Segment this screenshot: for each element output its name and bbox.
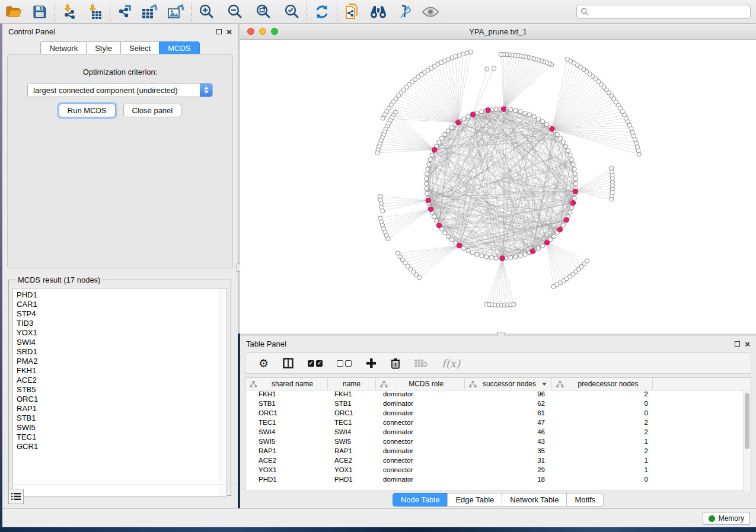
tab-style[interactable]: Style <box>86 41 120 55</box>
cell-mcds_role[interactable]: dominator <box>376 400 465 409</box>
cell-name[interactable]: RAP1 <box>328 447 376 457</box>
ring-node[interactable] <box>523 111 527 115</box>
ring-node[interactable] <box>466 248 470 252</box>
mcds-node-item[interactable]: STB5 <box>17 385 227 395</box>
optimization-criterion-dropdown[interactable]: largest connected component (undirected) <box>27 83 213 97</box>
cell-shared_name[interactable]: STB1 <box>245 400 328 409</box>
network-graph[interactable] <box>240 40 756 334</box>
show-column-icon[interactable] <box>283 358 294 368</box>
mcds-node-item[interactable]: PHD1 <box>17 290 227 300</box>
cell-successor_nodes[interactable]: 47 <box>465 419 552 428</box>
ring-node[interactable] <box>424 181 428 185</box>
ring-node[interactable] <box>555 132 559 136</box>
search-input[interactable] <box>591 8 747 16</box>
table-row[interactable]: ACE2ACE2connector311 <box>245 457 751 466</box>
cell-predecessor_nodes[interactable]: 1 <box>552 457 653 466</box>
mcds-hub-node[interactable] <box>571 200 576 205</box>
cell-predecessor_nodes[interactable]: 0 <box>552 400 653 409</box>
cell-shared_name[interactable]: TEC1 <box>245 419 328 428</box>
mcds-node-item[interactable]: PMA2 <box>17 357 227 366</box>
leaf-node[interactable] <box>485 67 489 71</box>
ring-node[interactable] <box>449 126 454 130</box>
toolbar-search[interactable] <box>576 5 751 19</box>
tab-mcds[interactable]: MCDS <box>159 41 199 55</box>
save-session-icon[interactable] <box>30 2 50 21</box>
mcds-hub-node[interactable] <box>486 108 490 113</box>
ring-node[interactable] <box>461 246 465 251</box>
cell-predecessor_nodes[interactable]: 0 <box>552 476 653 485</box>
import-table-from-file-icon[interactable] <box>85 2 105 21</box>
ring-node[interactable] <box>561 223 565 227</box>
mcds-hub-node[interactable] <box>530 249 535 254</box>
leaf-node[interactable] <box>499 52 503 56</box>
mcds-node-item[interactable]: SWI5 <box>17 423 227 432</box>
mcds-node-item[interactable]: ACE2 <box>17 376 227 385</box>
refresh-view-icon[interactable] <box>312 2 332 21</box>
leaf-node[interactable] <box>610 166 614 170</box>
float-panel-icon[interactable] <box>735 341 740 347</box>
table-row[interactable]: RAP1RAP1dominator352 <box>245 447 751 457</box>
ring-node[interactable] <box>528 113 532 117</box>
ring-node[interactable] <box>425 187 429 191</box>
search-binoculars-icon[interactable] <box>368 2 388 21</box>
ring-node[interactable] <box>570 206 574 210</box>
table-row[interactable]: SWI4SWI4dominator462 <box>245 428 751 438</box>
column-header-predecessor-nodes[interactable]: predecessor nodes <box>552 378 653 390</box>
ring-node[interactable] <box>571 162 575 166</box>
ring-node[interactable] <box>566 149 570 153</box>
ring-node[interactable] <box>480 254 484 258</box>
ring-node[interactable] <box>432 214 436 219</box>
mcds-hub-node[interactable] <box>550 127 554 132</box>
cell-successor_nodes[interactable]: 61 <box>465 409 552 419</box>
cell-name[interactable]: SWI4 <box>328 428 376 438</box>
mcds-node-item[interactable]: CAR1 <box>17 300 227 309</box>
ring-node[interactable] <box>568 153 572 157</box>
mcds-result-list[interactable]: PHD1CAR1STP4TID3YOX1SWI4SRD1PMA2FKH1ACE2… <box>12 288 227 496</box>
mcds-hub-node[interactable] <box>501 107 506 111</box>
cell-name[interactable]: SWI5 <box>328 438 376 447</box>
ring-node[interactable] <box>573 177 578 181</box>
cell-mcds_role[interactable]: dominator <box>376 447 465 457</box>
tab-motifs[interactable]: Motifs <box>566 493 604 507</box>
mcds-hub-node[interactable] <box>457 243 461 248</box>
show-graphics-details-icon[interactable] <box>420 2 441 21</box>
open-file-icon[interactable] <box>4 2 24 21</box>
ring-node[interactable] <box>544 122 548 126</box>
network-file-share-icon[interactable] <box>342 2 362 21</box>
cell-successor_nodes[interactable]: 62 <box>465 400 552 409</box>
mcds-node-item[interactable]: RAP1 <box>17 404 227 414</box>
ring-node[interactable] <box>461 117 465 121</box>
leaf-node[interactable] <box>492 66 496 70</box>
cell-mcds_role[interactable]: connector <box>376 466 465 476</box>
ring-node[interactable] <box>536 246 540 251</box>
tab-select[interactable]: Select <box>120 41 159 55</box>
column-header-successor-nodes[interactable]: successor nodes <box>465 378 552 390</box>
cell-successor_nodes[interactable]: 43 <box>465 438 552 447</box>
column-header-MCDS-role[interactable]: MCDS role <box>376 378 465 390</box>
delete-column-icon[interactable] <box>391 358 400 369</box>
cell-mcds_role[interactable]: connector <box>376 457 465 466</box>
panel-list-menu-button[interactable] <box>8 489 24 504</box>
zoom-selected-icon[interactable] <box>282 2 302 21</box>
cell-predecessor_nodes[interactable]: 1 <box>552 466 653 476</box>
mcds-node-item[interactable]: GCR1 <box>17 442 227 451</box>
ring-node[interactable] <box>573 181 578 185</box>
ring-node[interactable] <box>443 231 447 235</box>
leaf-node[interactable] <box>512 302 516 306</box>
table-row[interactable]: PHD1PHD1dominator180 <box>245 476 751 485</box>
ring-node[interactable] <box>446 235 450 239</box>
column-header-name[interactable]: name <box>328 378 376 390</box>
network-canvas[interactable] <box>240 40 756 334</box>
leaf-node[interactable] <box>381 116 385 120</box>
tab-network[interactable]: Network <box>40 41 86 55</box>
ring-node[interactable] <box>540 243 544 248</box>
ring-node[interactable] <box>523 252 527 257</box>
mcds-hub-node[interactable] <box>456 120 461 125</box>
mcds-hub-node[interactable] <box>500 256 505 261</box>
mcds-hub-node[interactable] <box>432 148 437 152</box>
mcds-hub-node[interactable] <box>426 198 430 203</box>
ring-node[interactable] <box>425 191 429 196</box>
tab-network-table[interactable]: Network Table <box>502 493 566 507</box>
cell-successor_nodes[interactable]: 35 <box>465 447 552 457</box>
cell-predecessor_nodes[interactable]: 1 <box>552 438 653 447</box>
